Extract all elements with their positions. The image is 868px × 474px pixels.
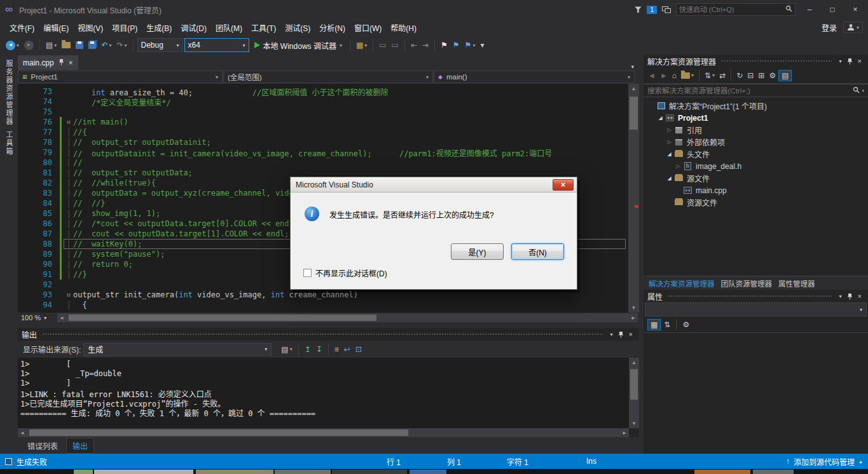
taskbar-window-3[interactable]	[275, 470, 331, 474]
minimize-button[interactable]: –	[801, 3, 818, 17]
collapse-arrow-icon[interactable]: ◢	[665, 175, 673, 181]
dont-show-again-checkbox[interactable]	[303, 269, 312, 277]
menu-item-团队[interactable]: 团队(M)	[211, 20, 247, 35]
expand-arrow-icon[interactable]: ▷	[665, 127, 673, 133]
decrease-indent-button[interactable]: ⇤	[409, 40, 419, 50]
document-list-dropdown[interactable]: ▾	[626, 64, 639, 70]
menu-item-生成[interactable]: 生成(B)	[142, 20, 176, 35]
scrollbar-thumb[interactable]	[630, 369, 638, 400]
window-position-icon[interactable]: ▾	[837, 294, 844, 299]
quick-launch-box[interactable]	[676, 3, 796, 16]
categorized-button[interactable]: ▦	[647, 319, 661, 330]
pin-icon[interactable]	[844, 293, 855, 300]
zoom-select[interactable]: 100 % ▾	[18, 313, 57, 323]
code-line[interactable]: 79│// outputDatainit = init_camera(video…	[18, 147, 628, 158]
no-button[interactable]: 否(N)	[511, 243, 564, 260]
member-scope-select[interactable]: ◆ main() ▾	[434, 71, 635, 83]
scroll-left-arrow-icon[interactable]: ◄	[57, 313, 66, 322]
pin-icon[interactable]	[844, 58, 855, 65]
solution-platforms-select[interactable]: x64 ▾	[184, 38, 249, 52]
tree-item[interactable]: 解决方案“Project1”(1 个项目)	[644, 100, 868, 112]
tree-item[interactable]: ▷引用	[644, 124, 868, 136]
properties-button[interactable]: ⚙	[767, 71, 778, 81]
undo-button[interactable]: ↶▾	[99, 40, 113, 50]
property-pages-button[interactable]: ⚙	[680, 320, 691, 330]
maximize-button[interactable]: □	[823, 3, 841, 17]
sidebar-tab-解决方案资源管理器[interactable]: 解决方案资源管理器	[649, 278, 715, 288]
next-bookmark-button[interactable]: ⚑▾	[463, 40, 478, 50]
solution-explorer-search-input[interactable]	[647, 87, 853, 95]
autohide-tab-1[interactable]: 工具箱	[4, 131, 14, 156]
bottom-tab-输出[interactable]: 输出	[66, 438, 94, 454]
tree-item[interactable]: ◢头文件	[644, 148, 868, 160]
new-project-button[interactable]: ▤▾	[44, 40, 59, 50]
taskbar-window-0[interactable]	[74, 470, 93, 474]
message-list-button[interactable]: ▤▾	[279, 344, 294, 355]
output-source-select[interactable]: 生成 ▾	[83, 343, 272, 356]
uncomment-button[interactable]: ▭	[390, 40, 401, 50]
taskbar-window-1[interactable]	[94, 470, 193, 474]
yes-button[interactable]: 是(Y)	[451, 243, 504, 260]
redo-button[interactable]: ↷▾	[114, 40, 128, 50]
editor-horizontal-scrollbar[interactable]: ◄ ►	[57, 313, 638, 322]
taskbar-window-6[interactable]	[694, 470, 750, 474]
build-selection-button[interactable]: ▦▾	[354, 40, 369, 50]
save-all-button[interactable]	[86, 40, 98, 50]
output-text[interactable]: 1> [1> _Tp=double1> ]1>LINK : fatal erro…	[18, 358, 629, 428]
taskbar-window-4[interactable]	[332, 470, 407, 474]
output-horizontal-scrollbar[interactable]: ◄ ►	[18, 428, 629, 437]
code-line[interactable]: 78│// output_str outputDatainit;	[18, 137, 628, 147]
code-line[interactable]: 77│//{	[18, 127, 628, 137]
sidebar-tab-团队资源管理器[interactable]: 团队资源管理器	[721, 278, 773, 288]
taskbar-window-7[interactable]	[753, 470, 794, 474]
menu-item-文件[interactable]: 文件(F)	[5, 20, 39, 35]
code-line[interactable]: 75	[18, 107, 628, 117]
properties-panel-header[interactable]: 属性 ▾ ×	[644, 290, 868, 302]
comment-button[interactable]: ▭	[377, 40, 388, 50]
pin-icon[interactable]	[616, 331, 626, 338]
tree-item[interactable]: 资源文件	[644, 196, 868, 208]
menu-item-工具[interactable]: 工具(T)	[247, 20, 280, 35]
navigate-back-button[interactable]: ◄▾	[4, 39, 21, 51]
increase-indent-button[interactable]: ⇥	[420, 40, 431, 50]
dialog-close-button[interactable]: ×	[553, 179, 574, 191]
show-all-files-button[interactable]: ⊞	[756, 71, 766, 81]
dialog-title-bar[interactable]: Microsoft Visual Studio ×	[291, 177, 577, 193]
copy-output-button[interactable]: ⊡	[354, 344, 364, 355]
solution-explorer-search-box[interactable]: ▾	[644, 84, 868, 97]
menu-item-测试[interactable]: 测试(S)	[280, 20, 315, 35]
expand-arrow-icon[interactable]: ▷	[674, 163, 682, 169]
add-to-source-control-button[interactable]: ↑ 添加到源代码管理 ▲	[786, 456, 863, 467]
notification-count-badge[interactable]: 1	[647, 6, 657, 14]
word-wrap-button[interactable]: ↩	[342, 344, 352, 355]
toggle-bookmark-button[interactable]: ⚑	[439, 40, 450, 50]
menu-item-编辑[interactable]: 编辑(E)	[39, 20, 73, 35]
previous-bookmark-button[interactable]: ⚑	[451, 40, 462, 50]
scroll-up-arrow-icon[interactable]: ▲	[629, 358, 639, 367]
feedback-monitor-icon[interactable]	[662, 6, 671, 13]
fold-collapse-icon[interactable]: ⊟	[64, 119, 73, 125]
drag-handle[interactable]	[668, 295, 832, 298]
taskbar-window-5[interactable]	[410, 470, 446, 474]
fold-collapse-icon[interactable]: ⊟	[64, 292, 73, 298]
back-button[interactable]: ◄	[646, 71, 658, 81]
close-icon[interactable]: ×	[855, 292, 864, 300]
drag-handle[interactable]	[42, 333, 603, 336]
scroll-right-arrow-icon[interactable]: ►	[620, 428, 629, 437]
code-line[interactable]: 76⊟//int main()	[18, 117, 628, 127]
drag-handle[interactable]	[721, 60, 832, 63]
scroll-right-arrow-icon[interactable]: ►	[629, 313, 638, 322]
start-debugging-button[interactable]: 本地 Windows 调试器 ▾	[251, 39, 346, 52]
close-icon[interactable]: ×	[855, 57, 864, 65]
code-line[interactable]: 73 int area_size_th = 40; //区域面积阈值 小于这个面…	[18, 86, 628, 97]
code-line[interactable]: 93⊟output_str init_camera(int video_vs_i…	[18, 290, 628, 300]
pin-icon[interactable]	[59, 58, 64, 67]
menu-item-窗口[interactable]: 窗口(W)	[350, 20, 386, 35]
collapse-arrow-icon[interactable]: ◢	[656, 115, 665, 121]
type-scope-select[interactable]: (全局范围) ▾	[223, 71, 433, 83]
editor-vertical-scrollbar[interactable]: ▲ ▼	[628, 84, 639, 313]
close-button[interactable]: ×	[846, 3, 864, 17]
sign-in-link[interactable]: 登录	[822, 22, 837, 33]
switch-views-button[interactable]: ▾	[679, 71, 696, 80]
menu-item-帮助[interactable]: 帮助(H)	[386, 20, 421, 35]
